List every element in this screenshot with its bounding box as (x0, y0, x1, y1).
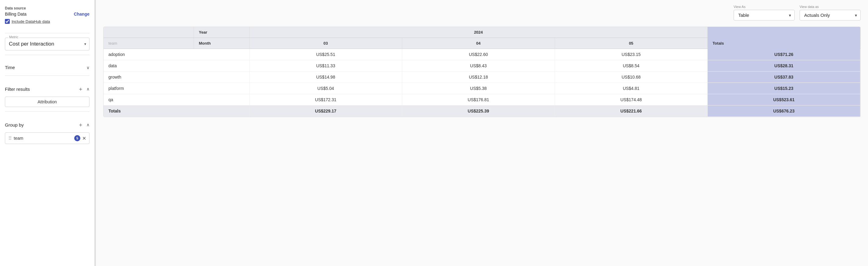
cell-team: growth (103, 71, 249, 83)
group-by-remove-button[interactable]: ✕ (82, 136, 86, 141)
totals-header: Totals (707, 38, 860, 49)
cell-total: US$37.83 (707, 71, 860, 83)
year-value: 2024 (474, 30, 483, 34)
metric-dropdown[interactable]: Metric Cost per Interaction ▾ (5, 38, 90, 51)
year-value-th: 2024 (249, 27, 707, 38)
sidebar: Data source Billing Data Change Include … (0, 0, 95, 266)
cell-m03: US$172.31 (249, 94, 402, 106)
view-data-as-group: View data as Actuals Only Budget Only Ac… (800, 5, 861, 21)
view-data-as-select[interactable]: Actuals Only Budget Only Actuals vs Budg… (800, 10, 861, 21)
filter-results-section: Filter results ＋ ∧ Attribution (5, 84, 90, 107)
month-row: team Month 03 04 05 Totals (103, 38, 860, 49)
cell-m04: US$5.38 (402, 83, 555, 94)
group-by-header[interactable]: Group by ＋ ∧ (5, 120, 90, 129)
divider-4 (5, 111, 90, 112)
divider-1 (5, 33, 90, 33)
time-chevron-icon: ∨ (87, 65, 90, 70)
cell-m03: US$11.33 (249, 60, 402, 71)
drag-icon: ⠿ (8, 136, 12, 141)
table-row: platform US$5.04 US$5.38 US$4.81 US$15.2… (103, 83, 860, 94)
cell-team: qa (103, 94, 249, 106)
group-by-section: Group by ＋ ∧ ⠿ team 5 ✕ (5, 120, 90, 144)
view-as-group: View As Table Chart (734, 5, 795, 21)
table-row: growth US$14.98 US$12.18 US$10.68 US$37.… (103, 71, 860, 83)
time-header[interactable]: Time ∨ (5, 64, 90, 71)
cell-m03: US$25.51 (249, 49, 402, 60)
time-section: Time ∨ (5, 64, 90, 71)
filter-add-button[interactable]: ＋ (77, 86, 84, 92)
filter-chevron-icon: ∧ (87, 87, 90, 91)
data-source-section: Data source Billing Data Change Include … (5, 6, 90, 24)
group-by-chevron-icon: ∧ (87, 122, 90, 127)
metric-section: Metric Cost per Interaction ▾ (5, 38, 90, 51)
top-controls: View As Table Chart View data as Actuals… (103, 5, 861, 21)
cell-m03: US$5.04 (249, 83, 402, 94)
group-by-actions: ＋ ∧ (77, 121, 90, 128)
totals-m05: US$221.66 (555, 106, 707, 117)
table-row: adoption US$25.51 US$22.60 US$23.15 US$7… (103, 49, 860, 60)
table-body: adoption US$25.51 US$22.60 US$23.15 US$7… (103, 49, 860, 117)
table-row: qa US$172.31 US$176.81 US$174.48 US$523.… (103, 94, 860, 106)
metric-value: Cost per Interaction (9, 41, 54, 47)
totals-m03: US$229.17 (249, 106, 402, 117)
cell-team: platform (103, 83, 249, 94)
col-05-header: 05 (555, 38, 707, 49)
cell-total: US$523.61 (707, 94, 860, 106)
data-source-label: Data source (5, 6, 90, 10)
totals-total: US$676.23 (707, 106, 860, 117)
totals-m04: US$225.39 (402, 106, 555, 117)
cell-m05: US$4.81 (555, 83, 707, 94)
include-datahub-label: Include DataHub data (11, 19, 50, 24)
change-link[interactable]: Change (74, 11, 90, 17)
filter-results-actions: ＋ ∧ (77, 86, 90, 92)
cell-team: data (103, 60, 249, 71)
table-row: data US$11.33 US$8.43 US$8.54 US$28.31 (103, 60, 860, 71)
include-datahub-row: Include DataHub data (5, 19, 90, 24)
year-label: Year (199, 30, 207, 34)
data-source-row: Billing Data Change (5, 11, 90, 17)
metric-label: Metric (8, 35, 19, 39)
cell-m04: US$176.81 (402, 94, 555, 106)
view-data-as-select-wrapper: Actuals Only Budget Only Actuals vs Budg… (800, 10, 861, 21)
year-row: Year 2024 (103, 27, 860, 38)
year-label-th: Year (194, 27, 249, 38)
cell-total: US$28.31 (707, 60, 860, 71)
divider-3 (5, 76, 90, 76)
cell-m04: US$22.60 (402, 49, 555, 60)
view-data-as-label: View data as (800, 5, 861, 8)
team-corner-th: team (103, 38, 194, 49)
include-datahub-checkbox[interactable] (5, 19, 10, 24)
filter-results-header[interactable]: Filter results ＋ ∧ (5, 84, 90, 94)
data-source-name: Billing Data (5, 11, 27, 17)
group-by-item: ⠿ team 5 ✕ (5, 132, 90, 144)
cell-total: US$15.23 (707, 83, 860, 94)
view-as-select[interactable]: Table Chart (734, 10, 795, 21)
year-totals-th (707, 27, 860, 38)
group-by-item-label: team (14, 136, 72, 141)
cell-m05: US$10.68 (555, 71, 707, 83)
time-label: Time (5, 65, 15, 70)
corner-th-1 (103, 27, 194, 38)
group-by-label: Group by (5, 122, 24, 127)
metric-chevron-icon: ▾ (84, 42, 86, 46)
totals-label: Totals (103, 106, 249, 117)
month-label: Month (199, 41, 211, 46)
team-label: team (108, 41, 117, 46)
group-by-add-button[interactable]: ＋ (77, 121, 84, 128)
cell-total: US$71.26 (707, 49, 860, 60)
view-as-select-wrapper: Table Chart (734, 10, 795, 21)
cell-m04: US$8.43 (402, 60, 555, 71)
data-table-wrapper: Year 2024 team Month 03 (103, 27, 861, 117)
group-by-badge: 5 (74, 135, 80, 141)
cell-m03: US$14.98 (249, 71, 402, 83)
month-label-th: Month (194, 38, 249, 49)
view-as-label: View As (734, 5, 795, 8)
cell-team: adoption (103, 49, 249, 60)
divider-2 (5, 55, 90, 55)
cell-m05: US$8.54 (555, 60, 707, 71)
cell-m04: US$12.18 (402, 71, 555, 83)
filter-tag: Attribution (5, 97, 90, 107)
totals-row: Totals US$229.17 US$225.39 US$221.66 US$… (103, 106, 860, 117)
cell-m05: US$174.48 (555, 94, 707, 106)
filter-results-label: Filter results (5, 87, 30, 92)
